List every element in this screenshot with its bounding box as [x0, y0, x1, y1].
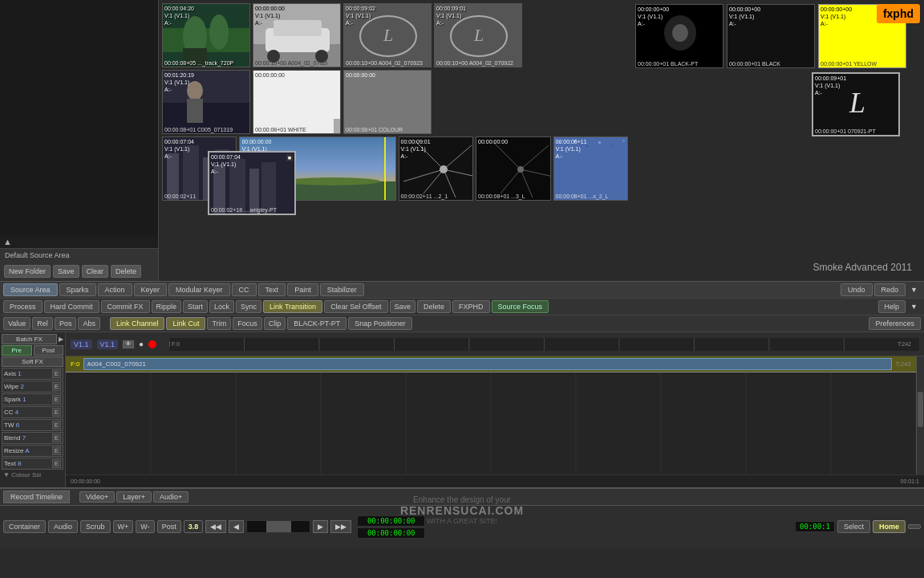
thumb-lexus2[interactable]: L 00:00:09:01V:1 (V1.1)A:- 00:00:10+00 A… — [434, 3, 522, 67]
tab-stabilizer[interactable]: Stabilizer — [320, 283, 364, 296]
batch-fx-row: Batch FX ▶ — [2, 334, 63, 344]
fps-btn[interactable]: 3.8 — [184, 520, 204, 533]
w-plus-btn[interactable]: W+ — [113, 520, 134, 533]
audio-btn[interactable]: Audio — [48, 520, 78, 533]
commit-fx-btn[interactable]: Commit FX — [101, 300, 150, 313]
preview-logo[interactable]: L 00:00:09+01V:1 (V1.1)A:- 00:00:00+01 0… — [812, 72, 900, 136]
tool-cc: CC 4 E — [2, 406, 63, 418]
eye-icon[interactable]: 👁 — [123, 340, 134, 348]
link-cut-btn[interactable]: Link Cut — [166, 317, 205, 330]
snap-positioner-btn[interactable]: Snap Positioner — [348, 317, 412, 330]
timeline-bg — [66, 372, 916, 474]
clip-btn[interactable]: Clip — [264, 317, 286, 330]
sync-btn[interactable]: Sync — [236, 300, 261, 313]
thumb-bottom: 00:00:08+01 ...x_2_L — [556, 193, 609, 199]
post-btn2[interactable]: Post — [157, 520, 181, 533]
tab-layer[interactable]: Layer+ — [116, 491, 152, 503]
source-focus-btn[interactable]: Source Focus — [492, 300, 549, 313]
tab-video[interactable]: Video+ — [79, 491, 115, 503]
process-btn[interactable]: Process — [3, 300, 43, 313]
next-btn[interactable]: ▶ — [313, 520, 328, 533]
abs-btn[interactable]: Abs — [78, 317, 100, 330]
preview-black[interactable]: 00:00:00+00V:1 (V1.1)A:- 00:00:00+01 BLA… — [727, 4, 815, 68]
timecode-1: 00:00:00:00 — [357, 515, 425, 527]
thumb-broken1[interactable]: 00:00:09:01V:1 (V1.1)A:- 00:00:02+11 ...… — [399, 136, 473, 201]
w-minus-btn[interactable]: W- — [136, 520, 154, 533]
delete-button[interactable]: Delete — [111, 265, 141, 278]
tab-cc[interactable]: CC — [232, 283, 257, 296]
rewind-btn[interactable]: ◀◀ — [205, 520, 226, 533]
tab-keyer[interactable]: Keyer — [134, 283, 168, 296]
help-btn[interactable]: Help — [878, 300, 906, 313]
tab-modular-keyer[interactable]: Modular Keyer — [168, 283, 230, 296]
thumb-bottom: 00:00:10+00 A004_02_0702I — [255, 60, 327, 66]
track-label: V1.1 — [71, 340, 92, 349]
soft-fx-btn[interactable]: Soft FX — [2, 356, 63, 367]
visibility-icon[interactable]: ● — [139, 340, 144, 348]
thumb-car[interactable]: 00:00:00:00V:1 (V1.1)A:- 00:00:10+00 A00… — [253, 3, 341, 67]
tool-resize: Resize A E — [2, 445, 63, 457]
left-tools-panel: Batch FX ▶ Pre Post Soft FX Axis 1 E Wip… — [0, 332, 66, 487]
tab-sparks[interactable]: Sparks — [59, 283, 96, 296]
clear-sel-offset-btn[interactable]: Clear Sel Offset — [324, 300, 387, 313]
save-btn2[interactable]: Save — [390, 300, 416, 313]
prev-btn[interactable]: ◀ — [229, 520, 244, 533]
tab-action[interactable]: Action — [98, 283, 132, 296]
record-timeline-btn[interactable]: Record Timeline — [3, 490, 70, 503]
pos-btn[interactable]: Pos — [55, 317, 77, 330]
tab-source-area[interactable]: Source Area — [3, 283, 58, 296]
delete-btn2[interactable]: Delete — [417, 300, 451, 313]
preview-bottom2: 00:00:00+01 BLACK — [729, 61, 780, 67]
thumb-white[interactable]: 00:00:00:00 00:00:08+01 WHITE — [253, 70, 341, 134]
rel-btn[interactable]: Rel — [32, 317, 53, 330]
ff-btn[interactable]: ▶▶ — [330, 520, 351, 533]
thumb-city-popup[interactable]: 00:00:07:04V:1 (V1.1)A:- 00:00:02+18 ...… — [208, 151, 296, 215]
thumb-track720[interactable]: 00:00:04:20V:1 (V1.1)A:- 00:00:08+05 ...… — [162, 3, 250, 67]
batch-fx-btn[interactable]: Batch FX — [2, 334, 57, 344]
trim-btn[interactable]: Trim — [207, 317, 231, 330]
timeline-scrollbar-v[interactable] — [916, 356, 924, 474]
hard-commit-btn[interactable]: Hard Commit — [44, 300, 99, 313]
post-btn[interactable]: Post — [34, 345, 64, 356]
tab-text[interactable]: Text — [258, 283, 286, 296]
thumb-label: 00:00:04:20V:1 (V1.1)A:- — [164, 5, 194, 26]
thumb-lexus1[interactable]: L 00:00:09:02V:1 (V1.1)A:- 00:00:10+00 A… — [343, 3, 432, 67]
timeline-clip[interactable]: A004_C002_070921 — [83, 358, 893, 370]
lock-btn[interactable]: Lock — [209, 300, 234, 313]
preview-black-pt[interactable]: 00:00:00+00V:1 (V1.1)A:- 00:00:00+01 BLA… — [635, 4, 723, 68]
home-btn[interactable] — [908, 524, 921, 529]
media-grid: 00:00:04:20V:1 (V1.1)A:- 00:00:08+05 ...… — [159, 0, 631, 281]
thumb-bottom: 00:00:08+01 WHITE — [255, 127, 306, 132]
thumb-colour[interactable]: 00:00:00:00 00:00:08+01 COLOUR — [343, 70, 432, 134]
clear-button[interactable]: Clear — [82, 265, 109, 278]
thumb-label: 00:01:20:19V:1 (V1.1)A:- — [164, 71, 194, 93]
select-btn[interactable]: Home — [873, 520, 906, 533]
undo-button[interactable]: Undo — [841, 283, 873, 296]
thumb-broken2[interactable]: 00:00:00:00 00:00:08+01 ...3_L — [476, 136, 550, 201]
fxphd-btn[interactable]: FXPHD — [452, 300, 490, 313]
thumb-man[interactable]: 00:01:20:19V:1 (V1.1)A:- 00:00:08+01 C00… — [162, 70, 250, 134]
thumb-blue-noise[interactable]: 00:00:06+11V:1 (V1.1)A:- 00:00:08+01 ...… — [553, 136, 628, 201]
scrub-btn[interactable]: Scrub — [80, 520, 111, 533]
redo-button[interactable]: Redo — [874, 283, 906, 296]
tab-paint[interactable]: Paint — [287, 283, 318, 296]
black-pt-pt-btn[interactable]: BLACK-PT-PT — [287, 317, 346, 330]
pre-btn[interactable]: Pre — [2, 345, 32, 356]
thumb-label: 00:00:00:00 — [255, 71, 285, 79]
save-button[interactable]: Save — [53, 265, 79, 278]
tab-audio[interactable]: Audio+ — [153, 491, 188, 503]
value-btn[interactable]: Value — [3, 317, 30, 330]
svg-point-40 — [440, 165, 448, 173]
link-channel-btn[interactable]: Link Channel — [110, 317, 165, 330]
focus-btn[interactable]: Focus — [233, 317, 262, 330]
new-folder-button[interactable]: New Folder — [4, 265, 51, 278]
svg-rect-41 — [476, 137, 550, 201]
timeline-ruler: F:0 T:242 — [169, 338, 919, 351]
container-btn[interactable]: Container — [3, 520, 46, 533]
preferences-btn[interactable]: Preferences — [869, 317, 921, 330]
inclusive-btn[interactable]: Select — [837, 520, 870, 533]
ripple-btn[interactable]: Ripple — [152, 300, 182, 313]
start-btn[interactable]: Start — [183, 300, 208, 313]
link-transition-btn[interactable]: Link Transition — [263, 300, 322, 313]
svg-rect-21 — [253, 71, 341, 134]
